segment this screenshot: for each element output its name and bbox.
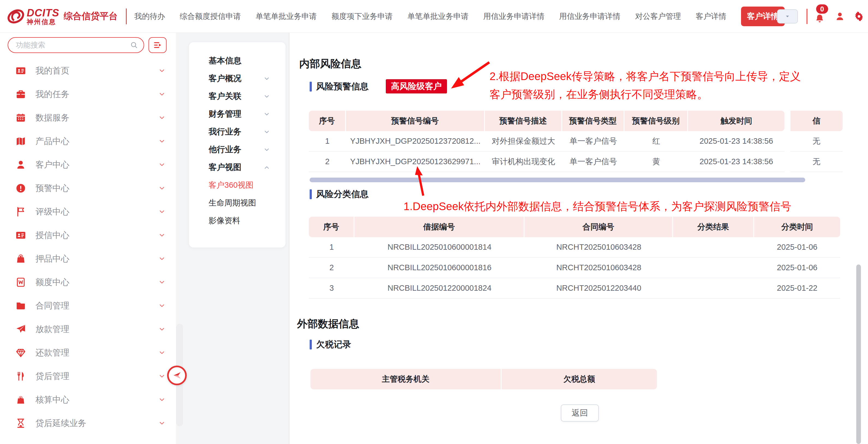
subnav-item[interactable]: 客户关联 xyxy=(189,87,286,105)
chevron-down-icon xyxy=(158,231,166,239)
sidebar-item[interactable]: 贷后管理 xyxy=(0,364,176,388)
top-nav-item[interactable]: 客户详情 xyxy=(696,11,726,22)
subnav-item[interactable]: 财务管理 xyxy=(189,105,286,123)
notifications-button[interactable]: 0 xyxy=(814,8,827,25)
subnav-item-label: 客户关联 xyxy=(209,91,263,102)
table-cell: 对外担保金额过大 xyxy=(485,131,562,152)
top-nav-menu: 我的待办综合额度授信申请单笔单批业务申请额度项下业务申请单笔单批业务申请用信业务… xyxy=(134,6,785,26)
chevron-down-icon xyxy=(158,349,166,357)
top-nav-item[interactable]: 用信业务申请详情 xyxy=(559,11,620,22)
column-header: 主管税务机关 xyxy=(310,369,502,389)
chevron-down-icon xyxy=(158,161,166,169)
table-row[interactable]: 1YJBHYJXH_DGP20250123720812...对外担保金额过大单一… xyxy=(309,131,843,152)
table-cell: NRCHT2025010603428 xyxy=(525,237,673,258)
chevron-down-icon xyxy=(263,146,270,153)
sidebar-item[interactable]: 放款管理 xyxy=(0,318,176,341)
annotation-arrow-down-left-icon xyxy=(448,60,492,92)
top-nav-item[interactable]: 单笔单批业务申请 xyxy=(407,11,469,22)
idcard-icon xyxy=(15,65,26,76)
column-gap xyxy=(784,111,790,131)
chevron-down-icon xyxy=(158,278,166,286)
tax-record-table: 主管税务机关欠税总额 xyxy=(310,369,658,389)
sidebar-item[interactable]: 押品中心 xyxy=(0,247,176,270)
subnav-item[interactable]: 客户视图 xyxy=(189,158,286,176)
sidebar-collapse-button[interactable] xyxy=(167,365,187,385)
tab-dropdown-button[interactable] xyxy=(777,9,798,24)
top-nav-item[interactable]: 我的待办 xyxy=(134,11,165,22)
sidebar-item[interactable]: 贷后延续业务 xyxy=(0,412,176,435)
sidebar-item[interactable]: 评级中心 xyxy=(0,200,176,224)
column-header: 序号 xyxy=(309,217,354,237)
top-nav-item[interactable]: 综合额度授信申请 xyxy=(180,11,241,22)
user-profile-icon[interactable] xyxy=(835,11,845,22)
main-content: 内部风险信息 风险预警信息 高风险级客户 2.根据DeepSeek传导策略，将客… xyxy=(289,33,868,444)
table-cell: 无 xyxy=(790,131,843,152)
settings-gear-icon[interactable] xyxy=(854,12,864,21)
search-input[interactable] xyxy=(16,41,130,50)
menu-filter-button[interactable] xyxy=(149,37,166,53)
back-button[interactable]: 返回 xyxy=(561,404,599,422)
data-table: 序号借据编号合同编号分类结果分类时间1NRCBILL20250106000018… xyxy=(309,217,840,299)
classify-section-title: 风险分类信息 xyxy=(316,188,369,200)
tax-section-header: 欠税记录 xyxy=(310,339,351,350)
table-row[interactable]: 2YJBHYJXH_DGP20250123629971...审计机构出现变化单一… xyxy=(309,152,843,172)
table-row[interactable]: 1NRCBILL2025010600001814NRCHT20250106034… xyxy=(309,237,840,258)
navbar-divider xyxy=(807,9,807,24)
sidebar-item[interactable]: 我的任务 xyxy=(0,83,176,106)
customer-view-card: 基本信息客户概况客户关联财务管理我行业务他行业务客户视图客户360视图生命周期视… xyxy=(189,42,286,248)
sidebar-item[interactable]: 额度中心 xyxy=(0,270,176,294)
sidebar-item[interactable]: 授信中心 xyxy=(0,224,176,247)
sidebar-item-label: 授信中心 xyxy=(35,230,158,241)
top-nav-item[interactable]: 用信业务申请详情 xyxy=(483,11,545,22)
column-header: 预警信号描述 xyxy=(485,111,562,131)
sidebar-item-label: 我的任务 xyxy=(35,89,158,100)
subnav-item[interactable]: 我行业务 xyxy=(189,123,286,141)
tax-section-title: 欠税记录 xyxy=(316,338,351,351)
sidebar-item[interactable]: 还款管理 xyxy=(0,341,176,364)
subnav-item[interactable]: 他行业务 xyxy=(189,141,286,158)
annotation-arrow-up-icon xyxy=(413,166,427,197)
chevron-down-icon xyxy=(158,373,166,380)
table-cell xyxy=(673,258,754,278)
table-cell: 2025-01-06 xyxy=(754,258,840,278)
dcits-swirl-logo-icon xyxy=(6,7,25,26)
column-header: 序号 xyxy=(309,111,346,131)
notification-badge: 0 xyxy=(816,4,828,14)
page-vertical-scrollbar[interactable] xyxy=(856,265,861,444)
subnav-child[interactable]: 生命周期视图 xyxy=(189,194,286,212)
chevron-down-icon xyxy=(263,111,270,118)
top-navbar: DCITS 神州信息 综合信贷平台 我的待办综合额度授信申请单笔单批业务申请额度… xyxy=(0,0,868,33)
top-nav-item[interactable]: 额度项下业务申请 xyxy=(332,11,393,22)
top-nav-item[interactable]: 单笔单批业务申请 xyxy=(255,11,317,22)
subnav-child[interactable]: 影像资料 xyxy=(189,212,286,230)
table-cell: 黄 xyxy=(624,152,688,172)
annotation-strategy-line1: 2.根据DeepSeek传导策略，将客户名下预警信号向上传导，定义 xyxy=(490,67,801,85)
sidebar-item[interactable]: 数据服务 xyxy=(0,106,176,129)
sidebar-item[interactable]: 我的首页 xyxy=(0,59,176,83)
table-cell: 无 xyxy=(790,152,843,172)
brand-logo[interactable]: DCITS 神州信息 综合信贷平台 xyxy=(0,7,118,26)
subnav-item[interactable]: 基本信息 xyxy=(189,52,286,70)
sidebar-item[interactable]: 核算中心 xyxy=(0,388,176,412)
sidebar-item[interactable]: 合同管理 xyxy=(0,294,176,318)
annotation-strategy-line2: 客户预警级别，在业务侧执行不同受理策略。 xyxy=(490,85,801,103)
subnav-item[interactable]: 客户概况 xyxy=(189,70,286,87)
table-row[interactable]: 2NRCBILL2025010600001816NRCHT20250106034… xyxy=(309,258,840,278)
sidebar-item-label: 合同管理 xyxy=(35,300,158,312)
table-horizontal-scrollbar[interactable] xyxy=(310,178,805,182)
table-cell: NRCBILL2025010600001814 xyxy=(354,237,525,258)
table-cell xyxy=(673,278,754,299)
column-header: 预警信号级别 xyxy=(624,111,688,131)
sidebar-item[interactable]: 客户中心 xyxy=(0,153,176,177)
top-nav-item[interactable]: 对公客户管理 xyxy=(635,11,681,22)
sidebar-item[interactable]: 预警中心 xyxy=(0,177,176,200)
table-header-row: 主管税务机关欠税总额 xyxy=(310,369,657,389)
subnav-child-active[interactable]: 客户360视图 xyxy=(189,176,286,194)
sidebar-menu: 我的首页我的任务数据服务产品中心客户中心预警中心评级中心授信中心押品中心额度中心… xyxy=(0,59,176,435)
sidebar-item-label: 核算中心 xyxy=(35,394,158,406)
subnav-item-label: 基本信息 xyxy=(209,55,270,66)
table-cell: 3 xyxy=(309,278,354,299)
sidebar-item[interactable]: 产品中心 xyxy=(0,129,176,153)
subnav-item-label: 财务管理 xyxy=(209,109,263,120)
table-row[interactable]: 3NRCBILL2025012200001824NRCHT20250122034… xyxy=(309,278,840,299)
